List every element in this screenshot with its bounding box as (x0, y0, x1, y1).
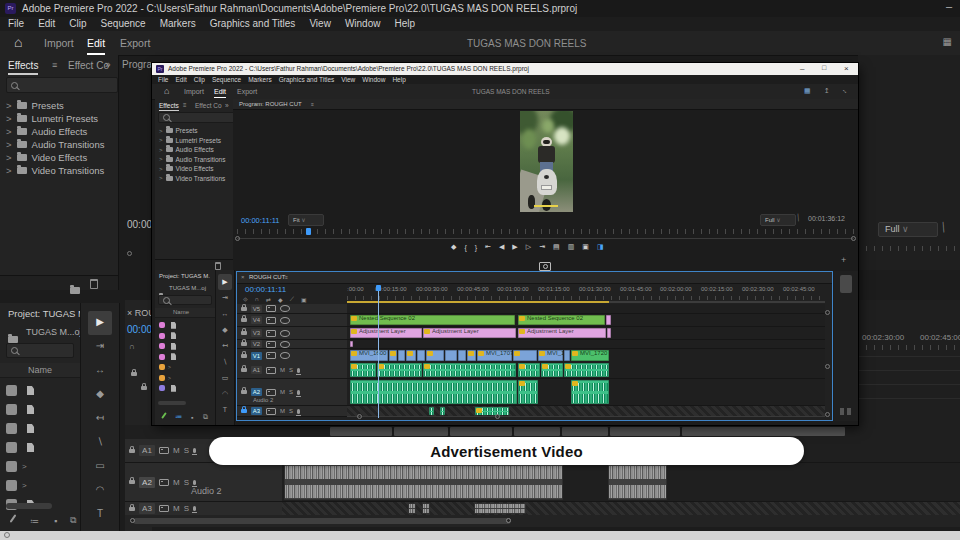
expand-icon[interactable]: > (22, 481, 27, 490)
project-item[interactable]: > (159, 373, 213, 384)
close-panel-icon[interactable]: × (241, 274, 245, 280)
source-patch-icon[interactable] (159, 447, 169, 454)
tab-import[interactable]: Import (184, 88, 204, 95)
timeline-clip[interactable] (440, 407, 445, 415)
expand-icon[interactable]: > (159, 175, 163, 181)
project-item[interactable] (6, 400, 78, 419)
playhead-marker[interactable] (376, 285, 381, 291)
label-chip[interactable] (159, 333, 165, 339)
project-tab[interactable]: Project: TUGAS M. (159, 273, 210, 279)
mark-in[interactable]: { (464, 244, 466, 251)
effects-bin-item[interactable]: > Lumetri Presets (6, 112, 114, 125)
expand-icon[interactable]: > (159, 128, 163, 134)
tab-import[interactable]: Import (44, 37, 74, 49)
track-select-forward-tool[interactable]: ⇥ (88, 335, 112, 359)
more-tabs-icon[interactable]: » (105, 59, 111, 70)
add-marker[interactable]: ◆ (451, 243, 456, 251)
quick-export-icon[interactable]: ▦ (804, 87, 811, 95)
fullscreen-icon[interactable]: ↔ (841, 86, 851, 96)
export-frame-icon[interactable] (539, 262, 551, 271)
nest-toggle[interactable]: ⟐ (243, 296, 248, 303)
more-tabs-icon[interactable]: » (225, 102, 229, 109)
name-column-header[interactable]: Name (28, 365, 52, 375)
pen-tool[interactable]: ∖ (218, 354, 232, 370)
timeline-clip[interactable] (398, 350, 405, 361)
menu-item[interactable]: Sequence (101, 18, 146, 29)
track-target-button[interactable]: V2 (251, 340, 262, 348)
program-position-timecode[interactable]: 00:00:11:11 (241, 216, 280, 225)
voiceover-record-icon[interactable] (193, 506, 196, 511)
timeline-clip[interactable] (541, 363, 563, 377)
source-patch-icon[interactable] (266, 367, 276, 374)
lock-icon[interactable] (129, 507, 135, 511)
label-chip[interactable] (6, 480, 17, 491)
new-bin-icon[interactable] (70, 287, 80, 294)
timeline-settings[interactable]: ⟋ (290, 296, 294, 303)
list-view-icon[interactable]: ≔ (175, 413, 182, 421)
hand-tool[interactable]: ◠ (218, 386, 232, 402)
effects-search-input[interactable] (6, 77, 118, 93)
project-item[interactable]: > (6, 457, 78, 476)
timeline-clip[interactable] (426, 350, 444, 361)
timeline-clip[interactable] (474, 503, 526, 514)
tab-export[interactable]: Export (120, 37, 150, 49)
voiceover-record-icon[interactable] (297, 368, 300, 373)
outer-timeline-timecode-partial[interactable]: 00:00:1 (127, 324, 152, 335)
track-lane[interactable] (347, 340, 825, 348)
source-patch-icon[interactable] (266, 389, 276, 396)
track-lane[interactable] (347, 379, 825, 405)
track-row-a2[interactable]: A2MSAudio 2 (237, 379, 825, 406)
snap-icon[interactable]: ∩ (129, 342, 135, 351)
timeline-clip[interactable] (423, 363, 516, 377)
outer-timeline-tab-partial[interactable]: × ROUGH CUT (127, 308, 152, 318)
track-lane[interactable] (347, 304, 825, 313)
project-item[interactable] (159, 341, 213, 352)
add-button[interactable]: + (841, 255, 846, 265)
timeline-position-timecode[interactable]: 00:00:11:11 (245, 285, 286, 294)
comparison-view[interactable]: ◨ (597, 243, 604, 251)
project-item[interactable] (159, 331, 213, 342)
effects-bin-item[interactable]: > Audio Effects (159, 145, 231, 155)
lock-icon[interactable] (241, 307, 247, 311)
solo-button[interactable]: S (289, 389, 293, 395)
track-row-a1[interactable]: A1MS (237, 362, 825, 379)
project-item[interactable] (6, 419, 78, 438)
menu-item[interactable]: File (158, 76, 168, 83)
voiceover-record-icon[interactable] (297, 409, 300, 414)
go-to-in[interactable]: ⇤ (485, 243, 491, 251)
name-column-header[interactable]: Name (173, 309, 189, 315)
selection-tool[interactable]: ▶ (88, 311, 112, 335)
expand-icon[interactable]: > (6, 100, 12, 111)
outer-ruler-ticks[interactable] (858, 345, 960, 350)
toggle-track-output-icon[interactable] (280, 317, 290, 324)
slip-tool[interactable]: ↤ (218, 338, 232, 354)
sequence-tab[interactable]: ROUGH CUT (249, 274, 285, 280)
delete-icon[interactable] (215, 262, 221, 270)
menu-item[interactable]: Window (362, 76, 385, 83)
menu-item[interactable]: Graphics and Titles (279, 76, 335, 83)
lock-icon[interactable] (241, 390, 247, 394)
lock-icon[interactable] (131, 372, 137, 376)
selection-tool[interactable]: ▶ (218, 274, 232, 290)
timeline-clip-mvi-1720[interactable]: MVI_1720 (571, 350, 609, 361)
outer-clip-segment[interactable] (610, 427, 680, 436)
settings-wrench-icon[interactable]: ⟋ (937, 220, 952, 235)
timeline-clip[interactable] (350, 363, 376, 377)
effects-bin-item[interactable]: > Video Effects (159, 164, 231, 174)
step-back[interactable]: ◀ (499, 243, 504, 251)
tab-effect-controls[interactable]: Effect Co (68, 60, 109, 71)
lift[interactable]: ▤ (553, 243, 560, 251)
inner-premiere-window[interactable]: Pr Adobe Premiere Pro 2022 - C:\Users\Fa… (152, 63, 858, 425)
type-tool[interactable]: T (218, 402, 232, 418)
lock-icon[interactable] (129, 449, 135, 453)
bin-name[interactable]: TUGAS M...oj (169, 285, 206, 291)
lock-icon[interactable] (241, 318, 247, 322)
scrollbar-left-handle[interactable] (130, 518, 135, 523)
panel-menu-icon[interactable]: ≡ (52, 60, 57, 70)
effects-search-input[interactable] (158, 112, 236, 123)
timeline-clip[interactable] (422, 503, 430, 514)
label-chip[interactable] (159, 343, 165, 349)
track-row-v1[interactable]: V1MVI_1600MVI_1707.MP4MVI_1...MVI_1720 (237, 349, 825, 363)
play[interactable]: ▶ (512, 243, 517, 251)
delete-icon[interactable] (90, 279, 98, 289)
